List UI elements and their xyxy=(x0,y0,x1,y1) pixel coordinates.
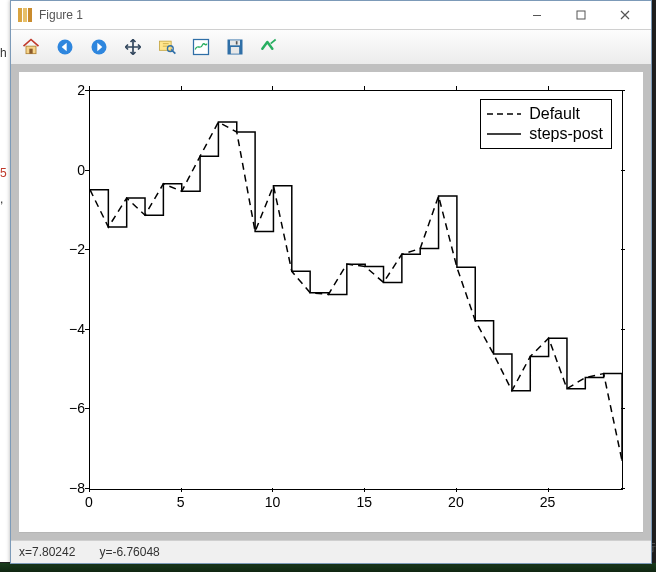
x-tick-label: 15 xyxy=(356,494,372,510)
figure-canvas[interactable]: Default steps-post −8−6−4−2020510152025 xyxy=(11,64,651,541)
configure-subplots-button[interactable] xyxy=(187,33,215,61)
background-editor-strip: h 5 , xyxy=(0,0,10,562)
svg-rect-13 xyxy=(230,40,240,45)
legend-entry-default: Default xyxy=(487,104,603,124)
y-tick-mark xyxy=(85,170,89,171)
x-tick-label: 10 xyxy=(265,494,281,510)
x-tick-label: 25 xyxy=(540,494,556,510)
behind-char-5: 5 xyxy=(0,166,7,180)
legend-swatch-dashed xyxy=(487,107,521,121)
zoom-button[interactable] xyxy=(153,33,181,61)
chart-figure: Default steps-post −8−6−4−2020510152025 xyxy=(19,72,643,532)
matplotlib-toolbar xyxy=(11,30,651,65)
x-tick-mark xyxy=(272,488,273,492)
plot-lines xyxy=(90,91,622,489)
y-tick-mark xyxy=(85,249,89,250)
edit-parameters-button[interactable] xyxy=(255,33,283,61)
figure-window: Figure 1 xyxy=(10,0,652,564)
x-tick-label: 20 xyxy=(448,494,464,510)
axes: Default steps-post xyxy=(89,90,623,490)
svg-rect-15 xyxy=(236,41,238,44)
close-button[interactable] xyxy=(603,1,647,29)
status-x: x=7.80242 xyxy=(19,545,75,559)
legend-swatch-solid xyxy=(487,127,521,141)
x-tick-mark xyxy=(89,488,90,492)
x-tick-mark xyxy=(548,488,549,492)
x-tick-label: 0 xyxy=(85,494,93,510)
window-title: Figure 1 xyxy=(39,8,83,22)
home-button[interactable] xyxy=(17,33,45,61)
desktop-background-strip xyxy=(0,563,656,572)
y-tick-label: 2 xyxy=(45,82,85,98)
svg-rect-14 xyxy=(231,47,239,54)
svg-rect-2 xyxy=(28,8,32,22)
x-tick-mark xyxy=(456,488,457,492)
behind-char-comma: , xyxy=(0,192,3,206)
x-tick-label: 5 xyxy=(177,494,185,510)
behind-char-h: h xyxy=(0,46,7,60)
y-tick-mark xyxy=(85,90,89,91)
svg-rect-6 xyxy=(29,49,32,54)
y-tick-mark xyxy=(85,329,89,330)
y-tick-label: −8 xyxy=(45,480,85,496)
forward-button[interactable] xyxy=(85,33,113,61)
svg-rect-1 xyxy=(23,8,27,22)
y-tick-label: −2 xyxy=(45,241,85,257)
y-tick-label: −6 xyxy=(45,400,85,416)
legend-entry-steps: steps-post xyxy=(487,124,603,144)
y-tick-label: −4 xyxy=(45,321,85,337)
svg-rect-0 xyxy=(18,8,22,22)
svg-rect-4 xyxy=(577,11,585,19)
y-tick-label: 0 xyxy=(45,162,85,178)
app-icon xyxy=(17,7,33,23)
x-tick-mark xyxy=(364,488,365,492)
y-tick-mark xyxy=(85,408,89,409)
titlebar[interactable]: Figure 1 xyxy=(11,1,651,30)
legend-label-default: Default xyxy=(529,105,580,123)
x-tick-mark xyxy=(181,488,182,492)
status-y: y=-6.76048 xyxy=(99,545,159,559)
legend-label-steps: steps-post xyxy=(529,125,603,143)
statusbar: x=7.80242 y=-6.76048 xyxy=(11,540,651,563)
back-button[interactable] xyxy=(51,33,79,61)
save-button[interactable] xyxy=(221,33,249,61)
pan-button[interactable] xyxy=(119,33,147,61)
svg-rect-3 xyxy=(533,15,541,16)
minimize-button[interactable] xyxy=(515,1,559,29)
legend: Default steps-post xyxy=(480,99,612,149)
maximize-button[interactable] xyxy=(559,1,603,29)
